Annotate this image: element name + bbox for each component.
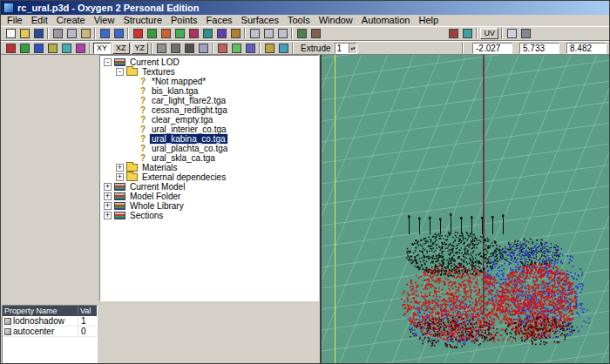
menu-surfaces[interactable]: Surfaces bbox=[237, 15, 283, 26]
measure-icon[interactable] bbox=[59, 42, 73, 55]
expand-icon[interactable]: + bbox=[104, 202, 112, 210]
view-xz-button[interactable]: XZ bbox=[112, 43, 130, 54]
redo-icon[interactable] bbox=[112, 27, 125, 40]
menu-create[interactable]: Create bbox=[52, 15, 90, 26]
texture-mapping-icon[interactable] bbox=[446, 27, 460, 40]
spinner-arrows-icon[interactable]: ▴▾ bbox=[349, 44, 356, 53]
stack-icon bbox=[114, 58, 125, 66]
edge-snap-icon[interactable] bbox=[182, 42, 196, 55]
menubar: FileEditCreateViewStructurePointsFacesSu… bbox=[1, 15, 609, 26]
zoom-in-icon[interactable] bbox=[247, 27, 261, 40]
cut-icon[interactable] bbox=[51, 27, 64, 40]
tree-item[interactable]: ?ural_interier_co.tga bbox=[100, 125, 318, 134]
tree-item[interactable]: +External dependecies bbox=[100, 172, 318, 182]
create-face-icon[interactable] bbox=[145, 27, 159, 40]
lock-selection-icon[interactable] bbox=[228, 27, 242, 40]
hide-selection-icon[interactable] bbox=[200, 27, 214, 40]
create-point-icon[interactable] bbox=[131, 27, 145, 40]
tree-item[interactable]: +Sections bbox=[100, 211, 318, 220]
paste-icon[interactable] bbox=[78, 27, 92, 40]
expand-icon[interactable]: + bbox=[104, 183, 112, 191]
lod-stack-icon[interactable] bbox=[3, 42, 17, 55]
undo-icon[interactable] bbox=[98, 27, 112, 40]
new-file-icon[interactable] bbox=[3, 27, 17, 40]
tree-item[interactable]: -Textures bbox=[100, 67, 318, 77]
zoom-fit-icon[interactable] bbox=[275, 27, 289, 40]
background-texture-icon[interactable] bbox=[505, 27, 518, 40]
open-file-icon[interactable] bbox=[17, 27, 31, 40]
vertex-snap-icon[interactable] bbox=[168, 42, 182, 55]
menu-structure[interactable]: Structure bbox=[119, 15, 166, 26]
tree-item[interactable]: ?cessna_redlight.tga bbox=[100, 105, 318, 115]
vertex-lock-icon[interactable] bbox=[17, 42, 31, 55]
menu-points[interactable]: Points bbox=[166, 15, 202, 26]
tree-item[interactable]: ?*Not mapped* bbox=[100, 77, 318, 86]
question-icon: ? bbox=[139, 135, 147, 144]
copy-icon[interactable] bbox=[64, 27, 78, 40]
menu-tools[interactable]: Tools bbox=[283, 15, 315, 26]
selection-mode-icon[interactable] bbox=[215, 42, 229, 55]
property-row[interactable]: lodnoshadow1 bbox=[3, 316, 97, 327]
expand-icon[interactable]: + bbox=[116, 164, 124, 172]
toolbar-separator bbox=[291, 28, 293, 39]
expand-icon[interactable]: + bbox=[104, 192, 112, 200]
zoom-out-icon[interactable] bbox=[261, 27, 275, 40]
tree-item-label: car_light_flare2.tga bbox=[150, 96, 227, 105]
menu-file[interactable]: File bbox=[3, 15, 27, 26]
expand-icon[interactable]: + bbox=[104, 212, 112, 219]
texture-list-icon[interactable] bbox=[460, 27, 474, 40]
tree-item[interactable]: +Model Folder bbox=[100, 192, 318, 201]
collapse-icon[interactable]: - bbox=[116, 68, 124, 76]
stack-icon bbox=[114, 202, 125, 210]
soft-selection-icon[interactable] bbox=[229, 42, 243, 55]
window-title: rc_ural.p3d - Oxygen 2 Personal Edition bbox=[17, 3, 199, 13]
coordinate-z-field[interactable]: 8.482 bbox=[566, 43, 607, 54]
tree-item[interactable]: ?ural_plachta_co.tga bbox=[100, 144, 318, 153]
extrude-steps-spinner[interactable]: 1▴▾ bbox=[335, 43, 357, 54]
property-row[interactable]: autocenter0 bbox=[3, 327, 97, 337]
save-file-icon[interactable] bbox=[31, 27, 45, 40]
weld-icon[interactable] bbox=[243, 42, 257, 55]
lod-tree: -Current LOD-Textures?*Not mapped*?bis_k… bbox=[99, 55, 319, 301]
expand-icon[interactable]: + bbox=[116, 173, 124, 181]
tree-item[interactable]: +Whole Library bbox=[100, 201, 318, 211]
tree-item[interactable]: +Current Model bbox=[100, 182, 318, 192]
menu-window[interactable]: Window bbox=[315, 15, 357, 26]
unhide-all-icon[interactable] bbox=[214, 27, 228, 40]
tree-item[interactable]: ?clear_empty.tga bbox=[100, 115, 318, 125]
tree-item[interactable]: ?ural_kabina_co.tga bbox=[100, 134, 318, 144]
select-objects-icon[interactable] bbox=[186, 27, 200, 40]
coordinate-x-field[interactable]: -2.027 bbox=[472, 43, 512, 54]
tree-item-label: External dependecies bbox=[140, 172, 227, 182]
titlebar[interactable]: rc_ural.p3d - Oxygen 2 Personal Edition bbox=[1, 1, 609, 15]
normals-icon[interactable] bbox=[45, 42, 59, 55]
surface-snap-icon[interactable] bbox=[196, 42, 210, 55]
triangulate-icon[interactable] bbox=[262, 42, 276, 55]
toolbar-separator bbox=[212, 43, 214, 54]
face-lock-icon[interactable] bbox=[31, 42, 45, 55]
options-icon[interactable] bbox=[518, 27, 532, 40]
tree-item[interactable]: ?bis_klan.tga bbox=[100, 86, 318, 96]
stack-icon bbox=[114, 183, 125, 191]
tree-item-label: Current LOD bbox=[128, 57, 181, 67]
menu-view[interactable]: View bbox=[90, 15, 119, 26]
mirror-icon[interactable] bbox=[73, 42, 87, 55]
collapse-icon[interactable]: - bbox=[104, 58, 112, 66]
select-faces-icon[interactable] bbox=[173, 27, 186, 40]
uv-editor-button[interactable]: UV bbox=[480, 28, 498, 39]
coordinate-y-field[interactable]: 5.733 bbox=[519, 43, 559, 54]
select-vertices-icon[interactable] bbox=[159, 27, 173, 40]
squarize-icon[interactable] bbox=[276, 42, 290, 55]
question-icon: ? bbox=[139, 87, 147, 96]
menu-automation[interactable]: Automation bbox=[357, 15, 415, 26]
menu-edit[interactable]: Edit bbox=[27, 15, 52, 26]
menu-faces[interactable]: Faces bbox=[202, 15, 237, 26]
wireframe-mode-icon[interactable] bbox=[308, 27, 322, 40]
tree-item[interactable]: ?car_light_flare2.tga bbox=[100, 96, 318, 105]
grid-snap-icon[interactable] bbox=[154, 42, 168, 55]
menu-help[interactable]: Help bbox=[414, 15, 443, 26]
view-xy-button[interactable]: XY bbox=[93, 43, 111, 54]
render-mode-icon[interactable] bbox=[295, 27, 308, 40]
view-yz-button[interactable]: YZ bbox=[132, 43, 149, 54]
viewport-3d[interactable] bbox=[320, 55, 610, 364]
